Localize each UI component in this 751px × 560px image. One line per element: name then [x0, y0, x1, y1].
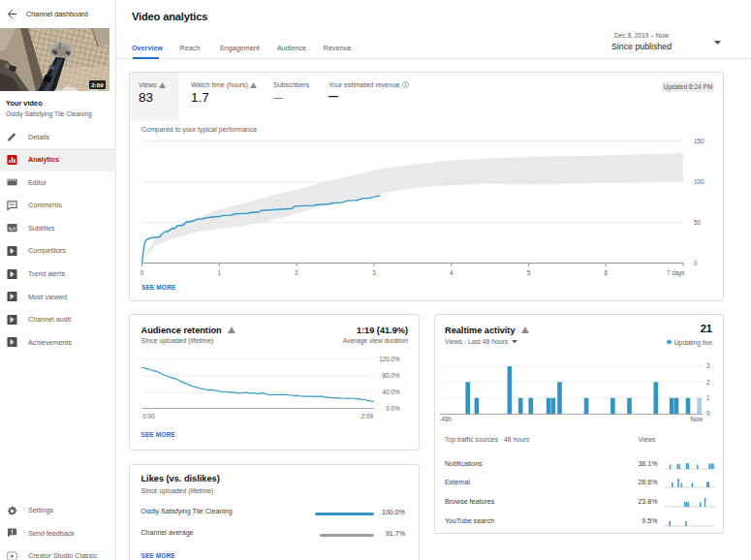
svg-text:0:00: 0:00: [143, 413, 156, 420]
svg-text:150: 150: [694, 138, 704, 144]
svg-text:50: 50: [694, 219, 702, 226]
svg-text:80.0%: 80.0%: [383, 372, 400, 379]
svg-text:7 days: 7 days: [667, 269, 685, 277]
svg-text:40.0%: 40.0%: [383, 389, 400, 395]
svg-text:0: 0: [694, 260, 698, 266]
svg-text:Now: Now: [690, 416, 703, 422]
svg-text:3: 3: [372, 269, 376, 276]
svg-text:6: 6: [605, 269, 609, 276]
svg-text:2:09: 2:09: [361, 413, 374, 420]
svg-text:2: 2: [706, 379, 710, 386]
svg-text:4: 4: [450, 269, 454, 276]
svg-text:2:09: 2:09: [91, 81, 104, 88]
svg-text:0.0%: 0.0%: [386, 405, 400, 412]
svg-text:2: 2: [295, 269, 298, 276]
svg-text:120.0%: 120.0%: [379, 356, 400, 362]
svg-text:100: 100: [694, 178, 704, 185]
svg-text:0: 0: [141, 269, 144, 276]
svg-text:0: 0: [706, 410, 710, 417]
svg-text:-48h: -48h: [440, 416, 453, 422]
svg-text:1: 1: [706, 394, 710, 401]
svg-text:5: 5: [527, 269, 531, 276]
svg-text:3: 3: [706, 362, 710, 369]
svg-text:1: 1: [218, 269, 222, 276]
